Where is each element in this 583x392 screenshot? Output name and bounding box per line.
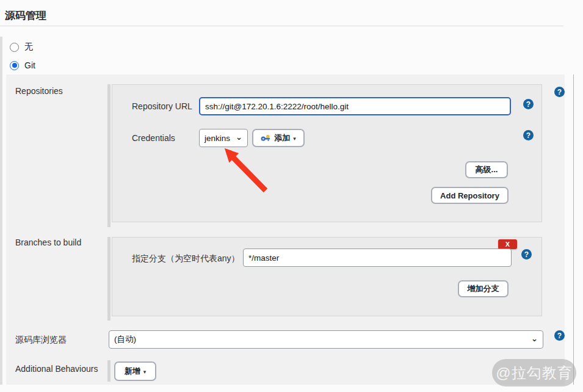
help-icon-repo-browser[interactable]: ? bbox=[554, 330, 565, 341]
additional-indent-bar bbox=[107, 360, 110, 382]
title-divider bbox=[0, 26, 563, 26]
branch-spec-input[interactable] bbox=[243, 249, 512, 267]
remove-branch-button[interactable]: X bbox=[498, 239, 517, 249]
help-icon-repositories[interactable]: ? bbox=[554, 87, 565, 97]
page-title: 源码管理 bbox=[5, 9, 46, 23]
scm-option-git-label: Git bbox=[24, 60, 35, 70]
caret-down-icon: ▾ bbox=[143, 369, 147, 375]
help-icon-branch-spec[interactable]: ? bbox=[521, 249, 532, 260]
help-icon-repository-url[interactable]: ? bbox=[523, 99, 534, 109]
repositories-section-label: Repositories bbox=[15, 86, 63, 96]
credentials-selected-value: jenkins bbox=[205, 134, 230, 143]
add-credentials-button[interactable]: 添加 ▾ bbox=[252, 129, 305, 147]
branches-section-label: Branches to build bbox=[15, 238, 81, 247]
add-branch-button[interactable]: 增加分支 bbox=[458, 280, 509, 297]
caret-down-icon: ▾ bbox=[293, 136, 296, 142]
radio-unchecked-icon[interactable] bbox=[10, 43, 19, 52]
right-edge-rule bbox=[573, 74, 574, 385]
scm-config-page: 源码管理 无 Git Repositories ? Repository URL… bbox=[0, 0, 583, 392]
add-credentials-label: 添加 bbox=[274, 132, 290, 143]
repo-browser-select[interactable]: (自动) ⌄ bbox=[109, 330, 543, 349]
watermark-badge: @拉勾教育 bbox=[492, 359, 576, 387]
radio-checked-icon[interactable] bbox=[10, 61, 19, 70]
repo-browser-label: 源码库浏览器 bbox=[15, 335, 67, 346]
chevron-down-icon: ⌄ bbox=[531, 335, 538, 343]
repositories-indent-bar bbox=[107, 84, 110, 227]
left-edge-strip bbox=[0, 37, 2, 385]
additional-behaviours-label: Additional Behaviours bbox=[15, 364, 98, 374]
repository-url-label: Repository URL bbox=[132, 101, 192, 111]
key-icon bbox=[261, 135, 271, 142]
help-icon-credentials[interactable]: ? bbox=[523, 130, 534, 140]
scm-option-git[interactable]: Git bbox=[10, 60, 35, 70]
advanced-button[interactable]: 高级... bbox=[465, 161, 508, 178]
add-repository-button[interactable]: Add Repository bbox=[431, 187, 509, 204]
repo-browser-selected-value: (自动) bbox=[114, 334, 136, 345]
credentials-select[interactable]: jenkins ⌄ bbox=[199, 129, 248, 147]
branches-indent-bar bbox=[107, 237, 110, 321]
add-behaviour-button[interactable]: 新增 ▾ bbox=[114, 361, 156, 381]
scm-option-none-label: 无 bbox=[24, 42, 33, 53]
repository-url-input[interactable] bbox=[199, 97, 511, 115]
chevron-down-icon: ⌄ bbox=[236, 133, 242, 141]
add-behaviour-label: 新增 bbox=[125, 366, 140, 377]
scm-option-none[interactable]: 无 bbox=[10, 42, 33, 53]
credentials-label: Credentials bbox=[132, 133, 175, 143]
branch-spec-label: 指定分支（为空时代表any） bbox=[132, 253, 240, 264]
